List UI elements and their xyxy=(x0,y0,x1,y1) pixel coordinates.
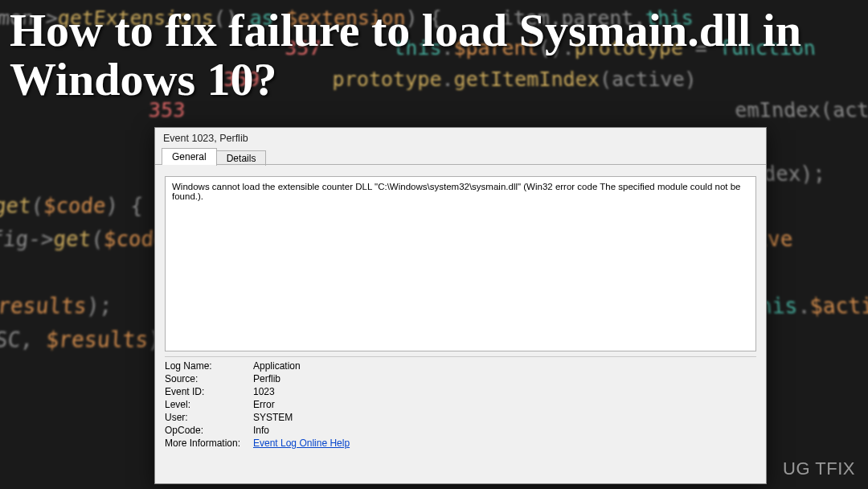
event-message-area: Windows cannot load the extensible count… xyxy=(165,176,756,351)
separator xyxy=(165,356,756,357)
value-event-id: 1023 xyxy=(253,386,756,397)
value-level: Error xyxy=(253,399,756,410)
event-message-text: Windows cannot load the extensible count… xyxy=(172,182,749,201)
tab-general[interactable]: General xyxy=(162,148,217,165)
event-properties-dialog: Event 1023, Perflib General Details Wind… xyxy=(154,127,767,484)
label-opcode: OpCode: xyxy=(165,425,253,436)
article-headline: How to fix failure to load Sysmain.dll i… xyxy=(10,6,858,105)
label-user: User: xyxy=(165,412,253,423)
dialog-title: Event 1023, Perflib xyxy=(155,128,766,147)
label-log-name: Log Name: xyxy=(165,360,253,372)
label-level: Level: xyxy=(165,399,253,410)
tab-strip: General Details xyxy=(155,147,766,165)
event-details-grid: Log Name: Application Source: Perflib Ev… xyxy=(165,360,756,449)
label-source: Source: xyxy=(165,373,253,384)
value-log-name: Application xyxy=(253,360,756,372)
label-more-info: More Information: xyxy=(165,438,253,449)
value-opcode: Info xyxy=(253,425,756,436)
label-event-id: Event ID: xyxy=(165,386,253,397)
value-user: SYSTEM xyxy=(253,412,756,423)
link-event-log-help[interactable]: Event Log Online Help xyxy=(253,438,350,449)
watermark: UG TFIX xyxy=(783,458,855,479)
tab-details[interactable]: Details xyxy=(216,150,267,166)
value-source: Perflib xyxy=(253,373,756,384)
